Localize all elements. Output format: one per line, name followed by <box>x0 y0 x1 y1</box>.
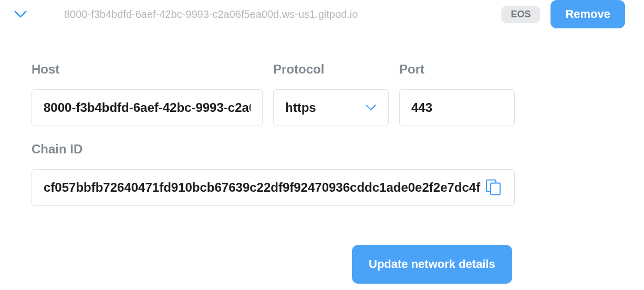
protocol-label: Protocol <box>273 62 389 77</box>
field-row-top: Host Protocol https Port <box>32 62 515 126</box>
chainid-wrapper <box>32 169 515 206</box>
remove-button[interactable]: Remove <box>550 0 625 28</box>
field-group-host: Host <box>32 62 263 126</box>
chainid-input[interactable] <box>32 169 515 206</box>
copy-chainid-button[interactable] <box>482 176 504 200</box>
svg-rect-1 <box>491 183 500 195</box>
update-network-button[interactable]: Update network details <box>352 245 512 284</box>
network-url: 8000-f3b4bdfd-6aef-42bc-9993-c2a06f5ea00… <box>64 8 501 20</box>
protocol-select[interactable]: https <box>273 89 389 126</box>
chainid-label: Chain ID <box>32 142 515 157</box>
host-input[interactable] <box>32 89 263 126</box>
port-input[interactable] <box>399 89 515 126</box>
expand-toggle[interactable] <box>14 10 27 18</box>
field-row-chainid: Chain ID <box>32 142 515 206</box>
port-label: Port <box>399 62 515 77</box>
chain-type-badge: EOS <box>501 6 540 23</box>
network-form: Host Protocol https Port Chain ID <box>32 62 515 222</box>
protocol-select-wrapper: https <box>273 89 389 126</box>
field-group-protocol: Protocol https <box>273 62 389 126</box>
field-group-port: Port <box>399 62 515 126</box>
chevron-down-icon <box>14 10 27 18</box>
copy-icon <box>484 178 502 196</box>
protocol-value: https <box>285 100 316 115</box>
chevron-down-icon <box>365 104 377 111</box>
host-label: Host <box>32 62 263 77</box>
field-group-chainid: Chain ID <box>32 142 515 206</box>
top-row: 8000-f3b4bdfd-6aef-42bc-9993-c2a06f5ea00… <box>0 0 644 28</box>
